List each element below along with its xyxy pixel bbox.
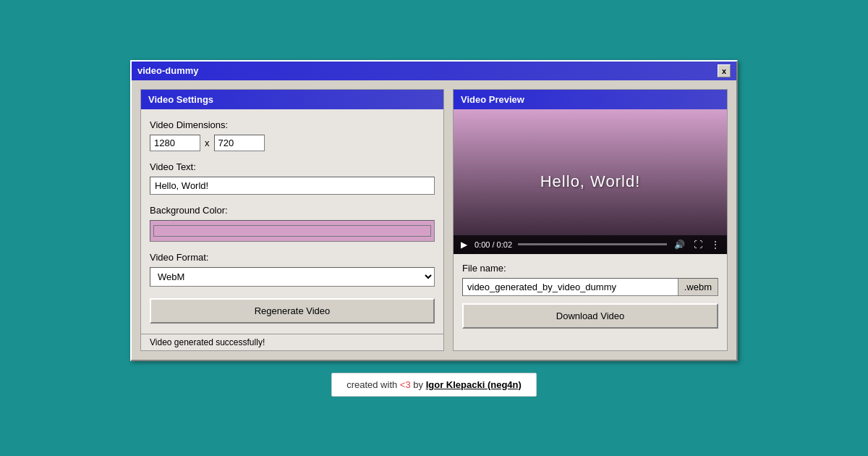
title-bar: video-dummy x [132, 62, 736, 80]
progress-bar[interactable] [518, 243, 667, 245]
title-bar-buttons: x [718, 64, 731, 77]
video-preview: Hello, World! ▶ 0:00 / 0:02 🔊 ⛶ ⋮ [454, 109, 727, 254]
right-panel-body: File name: .webm Download Video [454, 254, 727, 337]
left-panel: Video Settings Video Dimensions: x Video… [140, 89, 444, 351]
right-panel-header: Video Preview [454, 90, 727, 109]
text-label: Video Text: [150, 161, 435, 172]
play-button[interactable]: ▶ [459, 238, 469, 251]
left-panel-body: Video Dimensions: x Video Text: Backgrou… [141, 109, 443, 334]
file-name-input[interactable] [462, 278, 678, 296]
video-text-input[interactable] [150, 177, 435, 195]
format-label: Video Format: [150, 252, 435, 263]
time-display: 0:00 / 0:02 [475, 240, 512, 249]
regenerate-button[interactable]: Regenerate Video [150, 298, 435, 324]
color-input-wrapper [150, 220, 435, 242]
fullscreen-button[interactable]: ⛶ [692, 238, 704, 251]
time-total: 0:02 [497, 240, 512, 249]
height-input[interactable] [214, 135, 265, 151]
file-name-row: .webm [462, 278, 718, 296]
color-picker[interactable] [150, 220, 435, 242]
more-button[interactable]: ⋮ [710, 238, 721, 251]
bg-color-label: Background Color: [150, 205, 435, 216]
width-input[interactable] [150, 135, 200, 151]
volume-button[interactable]: 🔊 [673, 238, 686, 251]
status-bar: Video generated successfully! [141, 334, 443, 350]
file-name-label: File name: [462, 263, 718, 274]
video-controls: ▶ 0:00 / 0:02 🔊 ⛶ ⋮ [454, 235, 727, 254]
close-button[interactable]: x [718, 64, 731, 77]
app-window: video-dummy x Video Settings Video Dimen… [130, 60, 738, 361]
right-panel: Video Preview Hello, World! ▶ 0:00 / 0:0… [453, 89, 728, 351]
window-title: video-dummy [137, 65, 199, 76]
dim-separator: x [205, 138, 210, 148]
dimensions-label: Video Dimensions: [150, 119, 435, 130]
window-content: Video Settings Video Dimensions: x Video… [132, 80, 736, 360]
footer-credit: created with <3 by Igor Klepacki (neg4n) [331, 373, 537, 397]
format-select[interactable]: WebM MP4 AVI [150, 267, 435, 287]
download-button[interactable]: Download Video [462, 303, 718, 329]
video-overlay-text: Hello, World! [540, 172, 641, 191]
footer-heart: <3 [400, 379, 411, 390]
footer-prefix: created with [346, 379, 400, 390]
dimensions-row: x [150, 135, 435, 151]
time-current: 0:00 [475, 240, 490, 249]
file-ext-badge: .webm [678, 278, 718, 296]
footer-author: Igor Klepacki (neg4n) [426, 379, 522, 390]
left-panel-header: Video Settings [141, 90, 443, 109]
status-text: Video generated successfully! [150, 337, 265, 347]
footer-mid: by [411, 379, 426, 390]
